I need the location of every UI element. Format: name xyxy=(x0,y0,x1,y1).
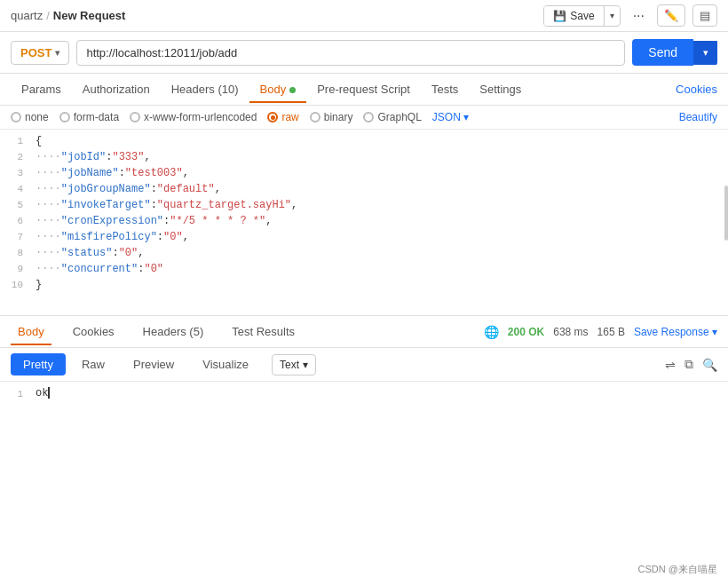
method-select[interactable]: POST ▾ xyxy=(11,41,69,65)
code-editor-content: 1 { 2 ····"jobId":"333", 3 ····"jobName"… xyxy=(0,130,728,300)
text-format-selector[interactable]: Text ▾ xyxy=(272,354,316,376)
send-button-main[interactable]: Send xyxy=(632,39,693,66)
tab-pre-request-script[interactable]: Pre-request Script xyxy=(306,75,421,103)
json-selector[interactable]: JSON ▾ xyxy=(432,111,469,123)
radio-binary xyxy=(310,112,320,123)
tab-authorization[interactable]: Authorization xyxy=(72,75,161,103)
body-type-none[interactable]: none xyxy=(11,111,49,123)
body-type-graphql[interactable]: GraphQL xyxy=(363,111,421,123)
response-tab-cookies[interactable]: Cookies xyxy=(66,318,122,345)
response-text: ok xyxy=(32,387,728,405)
radio-raw xyxy=(267,112,278,123)
response-tab-body[interactable]: Body xyxy=(11,318,51,345)
radio-form-data xyxy=(59,112,70,123)
code-line-9: 9 ····"concurrent":"0" xyxy=(0,263,728,279)
globe-icon: 🌐 xyxy=(484,325,499,339)
breadcrumb: quartz / New Request xyxy=(11,9,125,22)
tab-name: New Request xyxy=(53,9,126,22)
tab-tests[interactable]: Tests xyxy=(421,75,469,103)
tab-settings[interactable]: Settings xyxy=(469,75,532,103)
filter-icon[interactable]: ⇌ xyxy=(665,358,676,372)
radio-graphql xyxy=(363,112,374,123)
view-tab-visualize[interactable]: Visualize xyxy=(190,353,261,376)
title-bar: quartz / New Request 💾 Save ▾ ··· ✏️ ▤ xyxy=(0,0,728,32)
code-editor[interactable]: 1 { 2 ····"jobId":"333", 3 ····"jobName"… xyxy=(0,130,728,316)
body-type-urlencoded[interactable]: x-www-form-urlencoded xyxy=(130,111,257,123)
save-response-button[interactable]: Save Response ▾ xyxy=(634,326,717,338)
code-line-8: 8 ····"status":"0", xyxy=(0,247,728,263)
view-icon-actions: ⇌ ⧉ 🔍 xyxy=(665,357,717,372)
cookies-link[interactable]: Cookies xyxy=(676,75,717,103)
body-active-badge xyxy=(289,87,296,93)
code-line-4: 4 ····"jobGroupName":"default", xyxy=(0,183,728,199)
tab-headers[interactable]: Headers (10) xyxy=(161,75,249,103)
response-tab-headers[interactable]: Headers (5) xyxy=(136,318,211,345)
beautify-button[interactable]: Beautify xyxy=(679,111,717,123)
response-size: 165 B xyxy=(597,326,625,338)
code-line-10: 10 } xyxy=(0,279,728,295)
view-tab-pretty[interactable]: Pretty xyxy=(11,353,66,376)
code-line-7: 7 ····"misfirePolicy":"0", xyxy=(0,231,728,247)
save-icon: 💾 xyxy=(553,10,566,22)
code-line-2: 2 ····"jobId":"333", xyxy=(0,151,728,167)
save-label: Save xyxy=(570,10,594,22)
url-input[interactable] xyxy=(76,40,625,66)
separator: / xyxy=(46,9,50,22)
scrollbar[interactable] xyxy=(724,186,728,241)
response-content: 1 ok xyxy=(0,382,728,435)
body-type-raw[interactable]: raw xyxy=(267,111,298,123)
status-code: 200 OK xyxy=(508,326,544,338)
send-button[interactable]: Send ▾ xyxy=(632,39,717,66)
doc-button[interactable]: ▤ xyxy=(692,4,717,27)
tab-body[interactable]: Body xyxy=(249,75,307,103)
url-bar: POST ▾ Send ▾ xyxy=(0,32,728,74)
body-type-form-data[interactable]: form-data xyxy=(59,111,119,123)
json-dropdown-arrow: ▾ xyxy=(463,111,469,123)
watermark: CSDN @来自喵星 xyxy=(638,563,717,576)
method-label: POST xyxy=(20,46,51,59)
search-icon[interactable]: 🔍 xyxy=(702,358,717,372)
response-time: 638 ms xyxy=(553,326,588,338)
code-line-5: 5 ····"invokeTarget":"quartz_target.sayH… xyxy=(0,199,728,215)
more-options-button[interactable]: ··· xyxy=(628,6,650,26)
body-type-bar: none form-data x-www-form-urlencoded raw… xyxy=(0,106,728,130)
response-view-tabs: Pretty Raw Preview Visualize Text ▾ ⇌ ⧉ … xyxy=(0,348,728,382)
save-dropdown-arrow[interactable]: ▾ xyxy=(605,7,620,24)
copy-icon[interactable]: ⧉ xyxy=(684,357,693,372)
tab-params[interactable]: Params xyxy=(11,75,72,103)
title-bar-actions: 💾 Save ▾ ··· ✏️ ▤ xyxy=(543,4,717,27)
app-name: quartz xyxy=(11,9,43,22)
code-line-3: 3 ····"jobName":"test003", xyxy=(0,167,728,183)
body-type-binary[interactable]: binary xyxy=(310,111,353,123)
response-tab-test-results[interactable]: Test Results xyxy=(225,318,302,345)
text-selector-arrow: ▾ xyxy=(303,359,308,371)
response-line-1: 1 ok xyxy=(0,387,728,405)
view-tab-raw[interactable]: Raw xyxy=(69,353,117,376)
save-button[interactable]: 💾 Save ▾ xyxy=(543,5,620,27)
code-line-6: 6 ····"cronExpression":"*/5 * * * ? *", xyxy=(0,215,728,231)
edit-button[interactable]: ✏️ xyxy=(657,4,685,27)
response-bar: Body Cookies Headers (5) Test Results 🌐 … xyxy=(0,316,728,348)
view-tab-preview[interactable]: Preview xyxy=(121,353,186,376)
method-dropdown-arrow: ▾ xyxy=(55,48,59,58)
radio-urlencoded xyxy=(130,112,140,123)
response-status: 🌐 200 OK 638 ms 165 B Save Response ▾ xyxy=(484,325,717,339)
code-line-1: 1 { xyxy=(0,135,728,151)
send-dropdown-arrow[interactable]: ▾ xyxy=(693,41,717,65)
text-cursor xyxy=(48,387,50,399)
request-tabs: Params Authorization Headers (10) Body P… xyxy=(0,74,728,106)
radio-none xyxy=(11,112,21,123)
